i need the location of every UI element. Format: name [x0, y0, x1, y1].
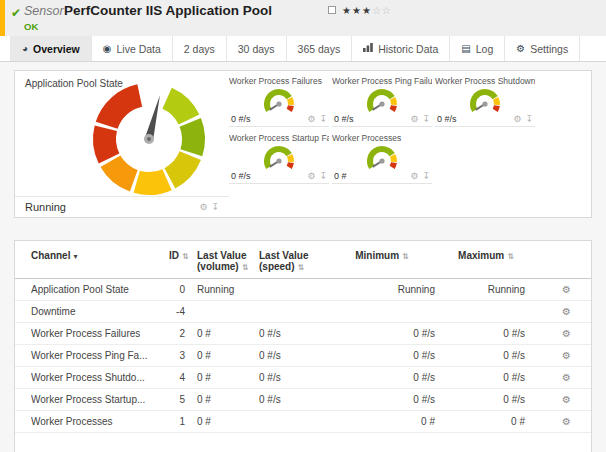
application-pool-state-gauge [71, 75, 227, 197]
pin-icon[interactable]: ↧ [211, 202, 219, 212]
sort-desc-icon[interactable]: ▾ [73, 252, 77, 261]
pin-icon[interactable]: ↧ [525, 114, 533, 124]
channel-gear-icon[interactable]: ⚙ [307, 114, 315, 124]
last-value-speed: 0 #/s [259, 328, 323, 339]
col-maximum[interactable]: Maximum⇅ [441, 250, 531, 261]
stars-empty[interactable]: ☆☆ [372, 5, 392, 16]
col-last-value-volume[interactable]: Last Value (volume)⇅ [197, 250, 259, 272]
channel-gear-icon[interactable]: ⚙ [410, 171, 418, 181]
log-document-icon: ▤ [461, 43, 470, 54]
channel-name: Worker Process Failures [31, 328, 169, 339]
last-value-volume: 0 # [197, 350, 259, 361]
channel-id: 5 [169, 394, 197, 405]
pin-icon[interactable]: ↧ [422, 114, 430, 124]
channel-gear-icon[interactable]: ⚙ [307, 171, 315, 181]
last-value-volume: 0 # [197, 394, 259, 405]
last-value-volume: 0 # [197, 372, 259, 383]
tab-30-days[interactable]: 30 days [227, 36, 287, 61]
col-minimum[interactable]: Minimum⇅ [323, 250, 441, 261]
channel-settings-gear-icon[interactable]: ⚙ [562, 328, 571, 339]
minimum-value: 0 # [323, 416, 441, 427]
status-badge: OK [24, 21, 38, 32]
tab-label: Settings [530, 43, 568, 55]
pie-chart-icon: ◕ [22, 43, 28, 54]
last-value-volume: 0 # [197, 328, 259, 339]
tab-label: Overview [33, 43, 80, 55]
channel-id: 3 [169, 350, 197, 361]
col-last-value-speed[interactable]: Last Value (speed)⇅ [259, 250, 323, 272]
column-label: Minimum [355, 250, 399, 261]
last-value-speed: 0 #/s [259, 394, 323, 405]
channel-settings-gear-icon[interactable]: ⚙ [562, 416, 571, 427]
worker-process-failures-gauge [229, 87, 329, 113]
priority-stripe [0, 0, 5, 36]
column-sublabel: (speed) [259, 261, 295, 272]
channel-settings-gear-icon[interactable]: ⚙ [562, 350, 571, 361]
sensor-title[interactable]: PerfCounter IIS Application Pool [64, 3, 272, 18]
table-row[interactable]: Worker Process Ping Fa... 3 0 # 0 #/s 0 … [15, 345, 591, 367]
tab-live-data[interactable]: ◉ Live Data [92, 36, 173, 61]
minimum-value: Running [323, 284, 441, 295]
last-value-speed: 0 #/s [259, 350, 323, 361]
maximum-value: Running [441, 284, 531, 295]
channel-settings-gear-icon[interactable]: ⚙ [562, 372, 571, 383]
tab-label: 30 days [238, 43, 275, 55]
channel-name: Application Pool State [31, 284, 169, 295]
minimum-value: 0 #/s [323, 372, 441, 383]
channel-name: Worker Process Ping Fa... [31, 350, 169, 361]
pin-icon[interactable]: ↧ [422, 171, 430, 181]
table-row[interactable]: Worker Process Failures 2 0 # 0 #/s 0 #/… [15, 323, 591, 345]
column-label: Maximum [458, 250, 504, 261]
mini-gauge-title: Worker Process Startup Failu... [229, 133, 329, 144]
col-id[interactable]: ID⇅ [169, 250, 197, 261]
table-row[interactable]: Worker Process Startup... 5 0 # 0 #/s 0 … [15, 389, 591, 411]
channel-gear-icon[interactable]: ⚙ [513, 114, 521, 124]
pin-icon[interactable]: ↧ [319, 171, 327, 181]
tab-2-days[interactable]: 2 days [173, 36, 227, 61]
sort-icon[interactable]: ⇅ [507, 252, 514, 261]
sort-icon[interactable]: ⇅ [242, 263, 249, 272]
column-label: Last Value [259, 250, 323, 261]
mini-gauge-title: Worker Process Failures [229, 76, 329, 87]
channel-name: Worker Processes [31, 416, 169, 427]
minimum-value: 0 #/s [323, 394, 441, 405]
channel-settings-gear-icon[interactable]: ⚙ [562, 306, 571, 317]
sort-icon[interactable]: ⇅ [402, 252, 409, 261]
sort-icon[interactable]: ⇅ [182, 252, 189, 261]
stars-filled[interactable]: ★★★ [342, 5, 372, 16]
tab-bar: ◕ Overview ◉ Live Data 2 days 30 days 36… [0, 36, 606, 62]
channel-settings-gear-icon[interactable]: ⚙ [562, 284, 571, 295]
channel-gear-icon[interactable]: ⚙ [410, 114, 418, 124]
channel-settings-gear-icon[interactable]: ⚙ [562, 394, 571, 405]
channel-id: 1 [169, 416, 197, 427]
mini-gauge-worker-process-startup-failures: Worker Process Startup Failu... 0 #/s ⚙↧ [229, 133, 329, 184]
table-row[interactable]: Worker Process Shutdo... 4 0 # 0 #/s 0 #… [15, 367, 591, 389]
channel-gear-icon[interactable]: ⚙ [199, 202, 207, 212]
priority-star-rating[interactable]: ★★★☆☆ [342, 5, 392, 16]
bar-chart-icon [363, 43, 373, 54]
maximum-value: 0 #/s [441, 394, 531, 405]
pin-icon[interactable]: ↧ [319, 114, 327, 124]
col-channel[interactable]: Channel▾ [31, 250, 169, 261]
channel-name: Worker Process Shutdo... [31, 372, 169, 383]
mini-gauge-title: Worker Processes [332, 133, 432, 144]
tab-overview[interactable]: ◕ Overview [10, 36, 92, 61]
overview-panel: Application Pool State Running ⚙ ↧ Worke… [14, 70, 592, 218]
tab-historic-data[interactable]: Historic Data [352, 36, 450, 61]
mini-gauge-value: 0 # [334, 171, 347, 181]
tab-365-days[interactable]: 365 days [287, 36, 353, 61]
context-menu-icon[interactable] [328, 6, 336, 14]
channel-name: Worker Process Startup... [31, 394, 169, 405]
table-row[interactable]: Worker Processes 1 0 # 0 # 0 # ⚙ [15, 411, 591, 433]
channel-name: Downtime [31, 306, 169, 317]
object-type-label: Sensor [24, 4, 64, 18]
table-row[interactable]: Downtime -4 ⚙ [15, 301, 591, 323]
gauge-status-row: Running ⚙ ↧ [15, 196, 229, 217]
mini-gauge-grid: Worker Process Failures 0 #/s ⚙↧ Worker … [229, 76, 547, 190]
table-row[interactable]: Application Pool State 0 Running Running… [15, 279, 591, 301]
tab-settings[interactable]: ⚙ Settings [505, 36, 580, 61]
mini-gauge-title: Worker Process Ping Failures [332, 76, 432, 87]
tab-log[interactable]: ▤ Log [450, 36, 505, 61]
tab-label: Log [476, 43, 494, 55]
sort-icon[interactable]: ⇅ [298, 263, 305, 272]
